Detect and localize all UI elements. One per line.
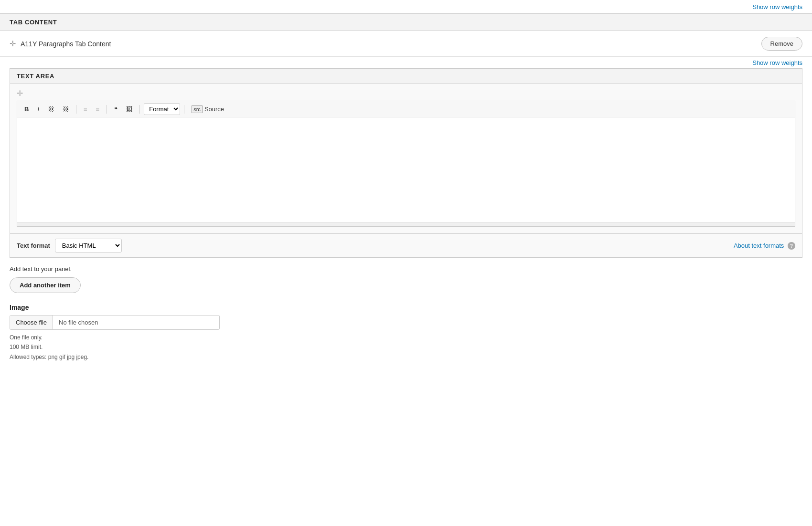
a11y-row-left: ✛ A11Y Paragraphs Tab Content: [10, 39, 111, 48]
toolbar-italic-button[interactable]: I: [34, 104, 43, 114]
toolbar-unlink-button[interactable]: ⛓: [59, 104, 72, 114]
toolbar-separator-4: [184, 105, 184, 114]
source-icon: src: [192, 105, 203, 113]
a11y-title: A11Y Paragraphs Tab Content: [21, 40, 111, 48]
text-format-label: Text format: [17, 242, 50, 249]
text-area-header: TEXT AREA: [10, 69, 802, 84]
tab-content-header: TAB CONTENT: [0, 13, 812, 31]
toolbar-image-button[interactable]: 🖼: [123, 104, 136, 114]
about-text-formats-link[interactable]: About text formats ?: [734, 242, 795, 249]
text-area-section: TEXT AREA ✛ B I ⛓ ⛓ ≡: [10, 68, 802, 234]
image-icon: 🖼: [126, 105, 132, 113]
editor-container: B I ⛓ ⛓ ≡ ≡: [17, 101, 795, 227]
file-constraints: One file only. 100 MB limit. Allowed typ…: [10, 333, 802, 362]
toolbar-blockquote-button[interactable]: ❝: [111, 104, 121, 114]
page-wrapper: Show row weights TAB CONTENT ✛ A11Y Para…: [0, 0, 812, 526]
no-file-chosen-label: No file chosen: [53, 316, 104, 329]
file-constraint-one-file: One file only.: [10, 333, 802, 342]
toolbar-link-button[interactable]: ⛓: [44, 104, 57, 114]
file-input-wrapper: Choose file No file chosen: [10, 315, 220, 330]
toolbar-source-button[interactable]: src Source: [188, 104, 227, 115]
about-text-formats-container: About text formats ?: [734, 242, 795, 250]
about-text-formats-label: About text formats: [734, 242, 784, 249]
editor-toolbar: B I ⛓ ⛓ ≡ ≡: [17, 101, 795, 117]
editor-drag-handle[interactable]: ✛: [17, 89, 795, 98]
source-label: Source: [204, 105, 224, 113]
toolbar-separator-3: [139, 105, 140, 114]
top-show-row-weights-link[interactable]: Show row weights: [752, 3, 802, 11]
show-row-weights-section: Show row weights: [0, 57, 812, 68]
toolbar-ordered-list-button[interactable]: ≡: [93, 104, 103, 114]
toolbar-bold-button[interactable]: B: [21, 104, 32, 114]
remove-button[interactable]: Remove: [761, 37, 802, 51]
a11y-tab-content-row: ✛ A11Y Paragraphs Tab Content Remove: [0, 31, 812, 57]
add-item-section: Add text to your panel. Add another item: [0, 258, 812, 297]
about-text-formats-icon: ?: [788, 242, 795, 250]
file-constraint-types: Allowed types: png gif jpg jpeg.: [10, 352, 802, 362]
show-row-weights-link[interactable]: Show row weights: [752, 59, 802, 66]
tab-content-label: TAB CONTENT: [10, 19, 57, 26]
file-constraint-size: 100 MB limit.: [10, 342, 802, 352]
text-area-label: TEXT AREA: [17, 73, 54, 80]
editor-wrapper: ✛ B I ⛓ ⛓ ≡ ≡: [10, 84, 802, 233]
editor-resize-bar[interactable]: [17, 222, 795, 226]
link-icon: ⛓: [48, 105, 54, 113]
text-format-left: Text format Basic HTML Full HTML Plain t…: [17, 239, 122, 252]
top-show-row-weights-section: Show row weights: [0, 0, 812, 13]
choose-file-button[interactable]: Choose file: [10, 316, 53, 329]
ordered-list-icon: ≡: [96, 105, 100, 113]
a11y-drag-handle[interactable]: ✛: [10, 39, 16, 48]
text-format-select[interactable]: Basic HTML Full HTML Plain text Restrict…: [55, 239, 122, 252]
unlink-icon: ⛓: [63, 105, 69, 113]
toolbar-separator-2: [107, 105, 107, 114]
add-another-item-button[interactable]: Add another item: [10, 277, 81, 293]
image-label: Image: [10, 304, 802, 311]
bullet-list-icon: ≡: [84, 105, 87, 113]
add-text-hint: Add text to your panel.: [10, 265, 802, 273]
toolbar-bullet-list-button[interactable]: ≡: [80, 104, 91, 114]
blockquote-icon: ❝: [114, 105, 118, 113]
toolbar-separator-1: [76, 105, 76, 114]
editor-body[interactable]: [17, 117, 795, 222]
text-format-row: Text format Basic HTML Full HTML Plain t…: [10, 234, 802, 258]
toolbar-format-select[interactable]: Format: [144, 103, 180, 115]
image-section: Image Choose file No file chosen One fil…: [0, 297, 812, 368]
